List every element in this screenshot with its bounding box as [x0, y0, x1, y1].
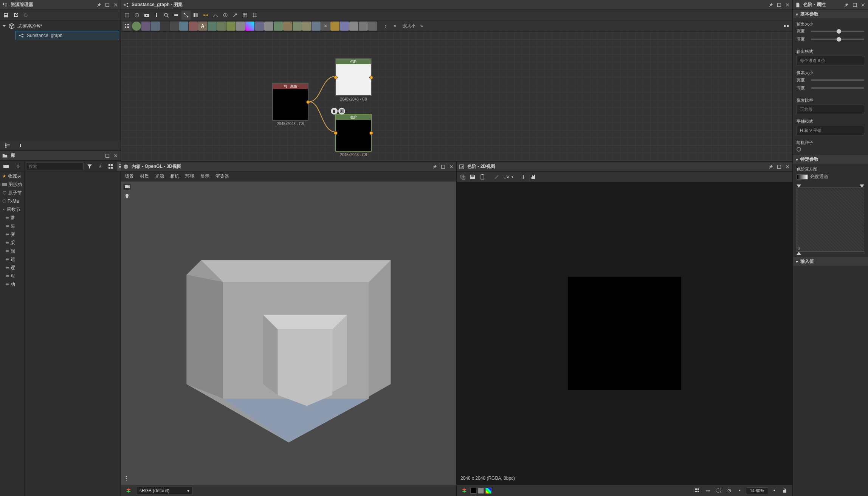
hierarchy-icon[interactable] [3, 141, 12, 150]
width-slider[interactable] [811, 31, 864, 32]
level-in-low[interactable] [797, 184, 801, 188]
curve-icon[interactable] [211, 11, 220, 20]
graph-item[interactable]: Substance_graph [15, 31, 119, 40]
folder-nav-icon[interactable] [2, 162, 11, 171]
lib-cat-fxmap[interactable]: ⬡FxMa [0, 197, 24, 205]
menu-camera[interactable]: 相机 [170, 173, 179, 180]
atom-switch[interactable] [160, 22, 169, 31]
input-port[interactable] [334, 131, 338, 135]
refresh-icon[interactable] [21, 11, 30, 20]
maximize-icon[interactable] [777, 2, 782, 8]
node-badge-doc-icon[interactable] [331, 108, 338, 115]
node-uniform-color[interactable]: 均一颜色 2048x2048 - C8 [272, 83, 308, 121]
histogram-canvas[interactable]: 0 [797, 188, 864, 252]
chevron-right-icon[interactable]: » [417, 22, 426, 31]
timing-icon[interactable] [221, 11, 230, 20]
viewport-3d[interactable] [121, 181, 456, 485]
atom-blend[interactable] [189, 22, 198, 31]
level-out-low[interactable] [797, 252, 801, 255]
lib-fn-item[interactable]: 功 [0, 280, 24, 288]
lib-cat-favorites[interactable]: ★收藏夹 [0, 172, 24, 180]
maximize-icon[interactable] [440, 164, 446, 169]
layers-icon[interactable] [460, 486, 469, 495]
output-port[interactable] [369, 76, 373, 79]
atom-svg[interactable] [151, 22, 160, 31]
atom-pixproc[interactable] [170, 22, 179, 31]
more-icon[interactable]: » [391, 22, 400, 31]
zoom-value[interactable]: 14.60% [746, 487, 768, 494]
lib-fn-item[interactable]: 采 [0, 239, 24, 247]
pin-icon[interactable] [768, 2, 773, 8]
pin-icon[interactable] [432, 164, 437, 169]
px-height-slider[interactable] [811, 87, 864, 89]
chevron-right-icon[interactable]: » [14, 162, 23, 171]
atom-gradient[interactable] [245, 22, 254, 31]
menu-material[interactable]: 材质 [140, 173, 149, 180]
swatch-rgb[interactable] [485, 488, 491, 494]
lib-fn-item[interactable]: 矢 [0, 222, 24, 230]
reset-icon[interactable] [132, 11, 141, 20]
atom-image[interactable] [141, 22, 150, 31]
brush-icon[interactable] [492, 172, 501, 181]
maximize-icon[interactable] [852, 2, 857, 8]
sort-icon[interactable]: ↕ [381, 22, 390, 31]
atom-warning[interactable] [330, 22, 339, 31]
grid-view-icon[interactable] [106, 162, 115, 171]
uv-label[interactable]: UV [504, 175, 509, 179]
frame-icon[interactable] [240, 11, 250, 20]
star-icon[interactable]: ★ [96, 162, 105, 171]
menu-scene[interactable]: 场景 [125, 173, 134, 180]
tile-icon[interactable] [714, 486, 723, 495]
lock-icon[interactable] [780, 486, 789, 495]
center-icon[interactable] [725, 486, 734, 495]
node-levels-1[interactable]: 色阶 2048x2048 - C8 [335, 58, 372, 96]
link-icon[interactable] [201, 11, 210, 20]
node-levels-2[interactable]: 色阶 2048x2048 - C8 [335, 114, 372, 152]
atom-warp[interactable] [283, 22, 292, 31]
maximize-icon[interactable] [777, 164, 782, 169]
histogram-icon[interactable] [529, 172, 538, 181]
maximize-icon[interactable] [105, 2, 110, 8]
package-row[interactable]: 未保存的包* [0, 22, 121, 30]
ruler-icon[interactable] [704, 486, 713, 495]
hierarchy-icon[interactable] [123, 473, 132, 482]
lib-fn-item[interactable]: 运 [0, 255, 24, 264]
atom-curve[interactable] [359, 22, 368, 31]
lib-cat-graphic[interactable]: 图形功 [0, 180, 24, 189]
atom-levels[interactable] [226, 22, 236, 31]
swatch-black[interactable] [470, 488, 476, 494]
section-basic[interactable]: ▾ 基本参数 [793, 10, 868, 19]
colorspace-select[interactable]: sRGB (default) ▾ [136, 487, 193, 495]
dot-icon[interactable]: • [735, 486, 744, 495]
atom-uniform[interactable] [132, 22, 141, 31]
ratio-field[interactable]: 正方形 [797, 105, 864, 114]
light-toggle-icon[interactable] [123, 192, 131, 200]
level-in-high[interactable] [860, 184, 864, 188]
dot-icon[interactable]: • [770, 486, 779, 495]
save-icon[interactable] [468, 172, 477, 181]
highlight-icon[interactable] [172, 11, 181, 20]
atom-normal[interactable] [340, 22, 349, 31]
maximize-icon[interactable] [105, 153, 110, 158]
menu-env[interactable]: 环境 [185, 173, 194, 180]
section-specific[interactable]: ▾ 特定参数 [793, 155, 868, 164]
badge-icon[interactable] [782, 22, 791, 31]
close-icon[interactable] [785, 164, 790, 169]
close-icon[interactable] [860, 2, 866, 8]
grid-icon[interactable] [693, 486, 702, 495]
camera-toggle-icon[interactable] [123, 184, 131, 190]
atom-apps[interactable] [122, 22, 132, 31]
save-icon[interactable] [2, 11, 11, 20]
menu-renderer[interactable]: 渲染器 [215, 173, 229, 180]
chevron-down-icon[interactable]: ▾ [512, 175, 513, 179]
filter-icon[interactable] [85, 162, 94, 171]
atom-transform[interactable] [208, 22, 217, 31]
viewport-2d[interactable]: 2048 x 2048 (RGBA, 8bpc) [457, 182, 792, 485]
layers-icon[interactable] [124, 486, 133, 495]
atom-grayscale[interactable] [236, 22, 245, 31]
atom-channel[interactable] [255, 22, 264, 31]
menu-light[interactable]: 光源 [155, 173, 164, 180]
copy-icon[interactable] [458, 172, 467, 181]
close-icon[interactable] [785, 2, 790, 8]
swatch-gray[interactable] [478, 488, 484, 494]
